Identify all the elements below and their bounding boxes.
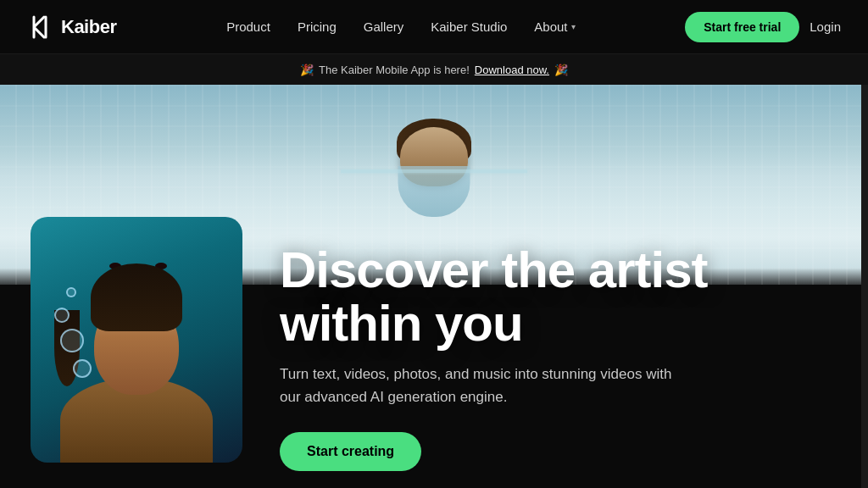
logo-text: Kaiber — [61, 16, 116, 38]
bubble-1 — [60, 329, 84, 352]
neck-water — [398, 166, 470, 217]
nav-links: Product Pricing Gallery Kaiber Studio Ab… — [216, 13, 585, 41]
announcement-link[interactable]: Download now. — [475, 64, 549, 76]
portrait-hair — [91, 263, 182, 331]
nav-item-pricing[interactable]: Pricing — [287, 19, 347, 35]
start-creating-button[interactable]: Start creating — [280, 432, 421, 471]
nav-link-gallery[interactable]: Gallery — [353, 13, 415, 41]
hero-title: Discover the artist within you — [280, 243, 851, 350]
hero-title-line1: Discover the artist — [280, 241, 708, 298]
start-free-trial-button[interactable]: Start free trial — [685, 12, 799, 42]
nav-link-pricing[interactable]: Pricing — [287, 13, 347, 41]
nav-item-studio[interactable]: Kaiber Studio — [420, 19, 517, 35]
nav-link-about[interactable]: About ▾ — [524, 13, 585, 41]
nav-link-studio[interactable]: Kaiber Studio — [420, 13, 517, 41]
logo[interactable]: Kaiber — [27, 14, 116, 41]
announcement-text: The Kaiber Mobile App is here! — [319, 64, 470, 76]
chevron-down-icon: ▾ — [571, 22, 576, 31]
announcement-icon-left: 🎉 — [300, 64, 314, 76]
bubble-3 — [66, 287, 76, 297]
hero-content: Discover the artist within you Turn text… — [280, 243, 851, 471]
nav-item-gallery[interactable]: Gallery — [353, 19, 415, 35]
bubble-2 — [54, 308, 70, 323]
navbar-actions: Start free trial Login — [685, 12, 841, 42]
nav-link-product[interactable]: Product — [216, 13, 281, 41]
bubble-4 — [73, 359, 92, 378]
announcement-bar: 🎉 The Kaiber Mobile App is here! Downloa… — [0, 54, 868, 85]
water-line — [341, 169, 527, 173]
login-button[interactable]: Login — [810, 19, 841, 34]
navbar: Kaiber Product Pricing Gallery Kaiber St… — [0, 0, 868, 54]
nav-item-about[interactable]: About ▾ — [524, 13, 585, 41]
hero-title-line2: within you — [280, 295, 523, 352]
announcement-icon-right: 🎉 — [554, 64, 568, 76]
logo-icon — [27, 14, 54, 41]
hero-subtitle: Turn text, videos, photos, and music int… — [280, 363, 687, 408]
portrait-card — [31, 217, 242, 463]
hero-section: Discover the artist within you Turn text… — [0, 85, 868, 488]
submerged-figure — [341, 102, 527, 254]
nav-item-product[interactable]: Product — [216, 19, 281, 35]
